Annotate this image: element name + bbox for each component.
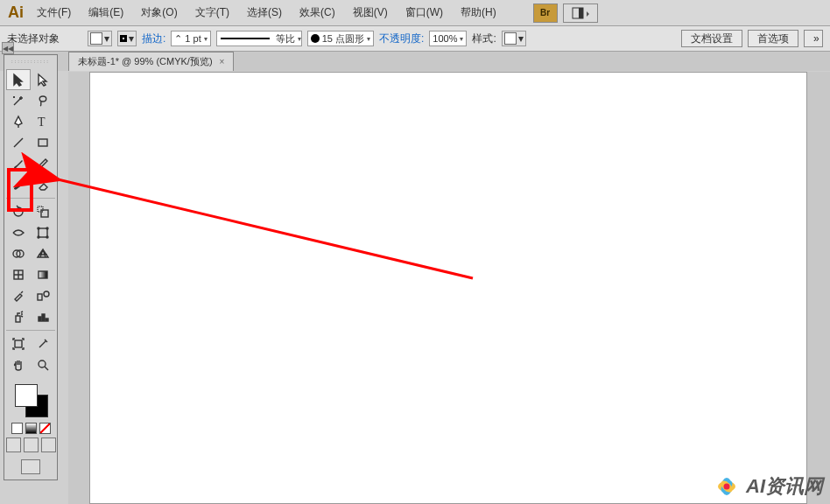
document-setup-button[interactable]: 文档设置: [681, 30, 742, 47]
color-solid[interactable]: [11, 423, 23, 434]
control-overflow-button[interactable]: »: [804, 30, 823, 47]
variable-profile-combo[interactable]: 等比▾: [216, 31, 302, 46]
menu-file[interactable]: 文件(F): [30, 3, 78, 23]
svg-rect-14: [39, 271, 47, 278]
layout-icon: [572, 7, 589, 19]
draw-mode-row: [4, 438, 57, 452]
zoom-tool[interactable]: [31, 354, 55, 375]
scale-tool[interactable]: [31, 201, 55, 222]
eyedropper-tool[interactable]: [6, 285, 31, 306]
opacity-combo[interactable]: 100%▾: [429, 31, 467, 46]
pencil-tool[interactable]: [31, 153, 55, 174]
stroke-weight-combo[interactable]: ⌃1 pt▾: [171, 31, 210, 46]
artboard-canvas[interactable]: [89, 72, 807, 504]
artboard-tool[interactable]: [6, 333, 31, 354]
eraser-tool[interactable]: [31, 174, 55, 195]
flower-icon: [713, 472, 741, 500]
gradient-tool[interactable]: [31, 264, 55, 285]
shape-builder-tool[interactable]: [6, 243, 31, 264]
svg-rect-18: [39, 317, 41, 321]
fill-stroke-control[interactable]: [13, 382, 48, 417]
width-tool[interactable]: [6, 222, 31, 243]
svg-point-16: [44, 291, 49, 297]
direct-selection-tool[interactable]: [31, 69, 55, 90]
fill-swatch[interactable]: ▾: [88, 31, 112, 46]
menu-edit[interactable]: 编辑(E): [81, 3, 130, 23]
menu-effect[interactable]: 效果(C): [292, 3, 342, 23]
line-tool[interactable]: [6, 132, 31, 153]
type-tool[interactable]: T: [31, 111, 55, 132]
svg-rect-15: [38, 294, 42, 300]
color-none[interactable]: [39, 423, 51, 434]
document-tab-title: 未标题-1* @ 99% (CMYK/预览): [78, 55, 213, 68]
svg-rect-3: [39, 139, 47, 146]
svg-point-7: [38, 228, 39, 229]
app-logo: Ai: [5, 3, 26, 24]
color-mode-row: [4, 423, 57, 434]
brush-definition-combo[interactable]: 15 点圆形▾: [307, 31, 374, 46]
draw-inside[interactable]: [41, 438, 56, 452]
svg-rect-6: [39, 228, 47, 237]
svg-text:T: T: [38, 116, 46, 129]
tools-collapse-toggle[interactable]: ◀◀: [2, 42, 14, 54]
opacity-label[interactable]: 不透明度:: [379, 32, 424, 46]
document-tab[interactable]: 未标题-1* @ 99% (CMYK/预览) ×: [68, 52, 234, 71]
svg-rect-1: [579, 8, 583, 18]
draw-normal[interactable]: [6, 438, 21, 452]
panel-grip[interactable]: ::::::::::::: [4, 55, 57, 67]
stroke-label[interactable]: 描边:: [142, 32, 165, 46]
paintbrush-tool[interactable]: [6, 153, 31, 174]
menu-type[interactable]: 文字(T): [188, 3, 236, 23]
lasso-tool[interactable]: [31, 90, 55, 111]
stroke-swatch[interactable]: ▾: [117, 31, 137, 46]
mesh-tool[interactable]: [6, 264, 31, 285]
symbol-sprayer-tool[interactable]: [6, 306, 31, 327]
magic-wand-tool[interactable]: [6, 90, 31, 111]
screen-mode[interactable]: [21, 459, 40, 474]
svg-rect-21: [15, 340, 22, 347]
svg-point-22: [39, 360, 46, 368]
slice-tool[interactable]: [31, 333, 55, 354]
free-transform-tool[interactable]: [31, 222, 55, 243]
color-gradient[interactable]: [25, 423, 37, 434]
svg-point-10: [46, 236, 48, 238]
svg-rect-5: [38, 206, 43, 212]
hand-tool[interactable]: [6, 354, 31, 375]
menu-object[interactable]: 对象(O): [134, 3, 184, 23]
svg-rect-20: [46, 318, 48, 321]
svg-point-9: [38, 236, 39, 238]
svg-point-28: [724, 484, 730, 490]
menu-bar: Ai 文件(F) 编辑(E) 对象(O) 文字(T) 选择(S) 效果(C) 视…: [0, 0, 830, 26]
preferences-button[interactable]: 首选项: [748, 30, 798, 47]
watermark-text: AI资讯网: [746, 473, 823, 500]
svg-rect-17: [16, 316, 20, 322]
draw-behind[interactable]: [24, 438, 39, 452]
blend-tool[interactable]: [31, 285, 55, 306]
svg-rect-19: [42, 314, 45, 321]
bridge-button[interactable]: Br: [533, 4, 558, 23]
selection-tool[interactable]: [6, 69, 31, 90]
control-bar: 未选择对象 ▾ ▾ 描边: ⌃1 pt▾ 等比▾ 15 点圆形▾ 不透明度: 1…: [0, 26, 830, 52]
menu-view[interactable]: 视图(V): [346, 3, 395, 23]
svg-rect-4: [41, 210, 48, 217]
fill-indicator[interactable]: [15, 384, 38, 407]
pen-tool[interactable]: [6, 111, 31, 132]
blob-brush-tool[interactable]: [6, 174, 31, 195]
menu-window[interactable]: 窗口(W): [398, 3, 450, 23]
perspective-grid-tool[interactable]: [31, 243, 55, 264]
workspace-switcher[interactable]: [563, 4, 598, 23]
svg-point-8: [46, 228, 48, 229]
rectangle-tool[interactable]: [31, 132, 55, 153]
menu-select[interactable]: 选择(S): [240, 3, 289, 23]
tools-panel: :::::::::::: T: [4, 54, 58, 480]
watermark-badge: AI资讯网: [713, 472, 823, 500]
close-tab-icon[interactable]: ×: [220, 57, 225, 66]
style-label: 样式:: [472, 32, 496, 46]
rotate-tool[interactable]: [6, 201, 31, 222]
selection-status: 未选择对象: [7, 32, 60, 46]
document-workspace[interactable]: [68, 72, 830, 504]
menu-help[interactable]: 帮助(H): [454, 3, 503, 23]
graphic-style-combo[interactable]: ▾: [502, 31, 526, 46]
column-graph-tool[interactable]: [31, 306, 55, 327]
document-tab-strip: 未标题-1* @ 99% (CMYK/预览) ×: [0, 52, 830, 71]
